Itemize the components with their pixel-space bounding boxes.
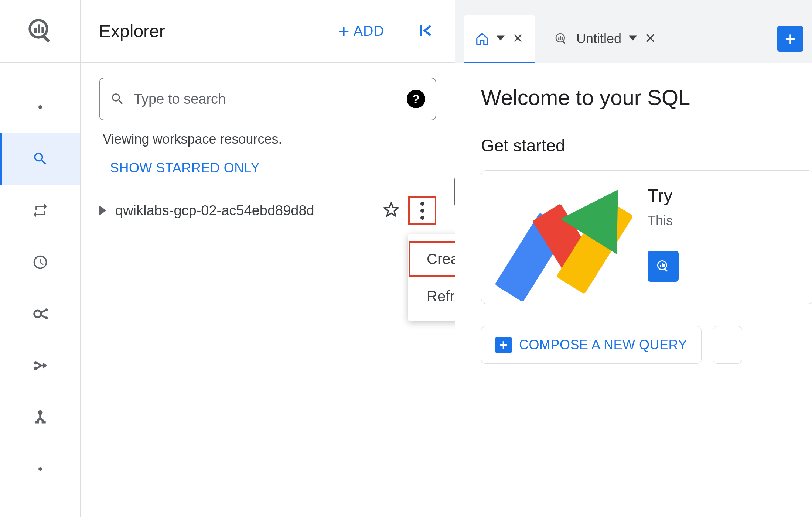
svg-rect-24	[662, 263, 663, 267]
workspace-resources-label: Viewing workspace resources.	[103, 131, 447, 147]
close-tab-button[interactable]	[644, 31, 656, 46]
workspace: Untitled + Welcome to your SQL Get start…	[455, 0, 812, 517]
add-button[interactable]: + ADD	[331, 20, 392, 43]
query-icon	[553, 31, 569, 47]
get-started-heading: Get started	[481, 136, 812, 155]
tabstrip: Untitled +	[455, 0, 812, 63]
collapse-left-icon	[417, 23, 433, 39]
explorer-header: Explorer + ADD	[81, 0, 455, 63]
workspace-body: Welcome to your SQL Get started Try This	[455, 63, 812, 517]
welcome-title: Welcome to your SQL	[481, 85, 812, 110]
svg-rect-4	[42, 34, 50, 42]
explorer-title: Explorer	[99, 21, 323, 41]
capacity-icon	[32, 409, 48, 425]
svg-point-12	[38, 410, 42, 415]
card-body: This	[648, 213, 679, 229]
svg-rect-23	[660, 265, 661, 267]
star-outline-icon	[383, 202, 399, 218]
svg-point-10	[34, 361, 37, 364]
divider	[399, 15, 399, 48]
close-tab-button[interactable]	[512, 31, 524, 46]
card-illustration	[496, 185, 629, 289]
collapse-panel-button[interactable]	[407, 19, 444, 44]
rail-items	[0, 63, 80, 495]
svg-rect-20	[562, 37, 563, 40]
svg-rect-2	[38, 24, 40, 33]
show-starred-only-button[interactable]: SHOW STARRED ONLY	[110, 160, 260, 176]
kebab-icon	[420, 202, 424, 220]
card-text: Try This	[648, 185, 679, 282]
expand-triangle-icon[interactable]	[99, 205, 106, 216]
rail-item-dot-2[interactable]	[0, 443, 80, 495]
search-icon	[110, 92, 125, 106]
svg-point-8	[45, 308, 47, 311]
plus-box-icon: +	[495, 337, 512, 353]
svg-rect-25	[663, 264, 665, 267]
explorer-panel: Explorer + ADD ? Viewing workspace resou…	[81, 0, 455, 517]
resource-name: qwiklabs-gcp-02-ac54ebd89d8d	[115, 203, 374, 219]
svg-point-11	[34, 367, 37, 370]
rail-item-analytics[interactable]	[0, 288, 80, 340]
svg-rect-15	[41, 421, 45, 423]
secondary-action-button[interactable]	[713, 326, 742, 364]
svg-rect-14	[35, 421, 39, 423]
tab-label: Untitled	[576, 31, 621, 47]
bigquery-logo-icon	[25, 16, 55, 47]
clock-icon	[32, 254, 48, 270]
explorer-body: ? Viewing workspace resources. SHOW STAR…	[81, 63, 455, 230]
svg-point-9	[45, 316, 47, 319]
card-title: Try	[648, 185, 679, 206]
compose-label: COMPOSE A NEW QUERY	[519, 337, 687, 353]
rail-item-schedule[interactable]	[0, 236, 80, 288]
query-icon	[655, 258, 671, 274]
svg-rect-18	[558, 38, 559, 40]
search-help-icon[interactable]: ?	[407, 90, 425, 108]
svg-point-5	[34, 311, 41, 317]
rail-item-dot-1[interactable]	[0, 81, 80, 133]
svg-rect-19	[560, 36, 561, 40]
action-row: + COMPOSE A NEW QUERY	[481, 326, 812, 364]
rail-item-migrate[interactable]	[0, 340, 80, 391]
rail-item-search[interactable]	[0, 133, 80, 185]
tab-home[interactable]	[464, 15, 535, 63]
view-actions-button[interactable]	[408, 196, 436, 225]
home-icon	[475, 32, 489, 46]
resource-row[interactable]: qwiklabs-gcp-02-ac54ebd89d8d	[88, 191, 447, 230]
rail-item-capacity[interactable]	[0, 391, 80, 443]
new-tab-button[interactable]: +	[777, 26, 803, 52]
svg-rect-1	[34, 28, 37, 33]
search-icon	[32, 151, 48, 167]
star-button[interactable]	[383, 202, 399, 219]
logo-area	[0, 0, 80, 63]
transfer-icon	[32, 202, 48, 219]
svg-rect-26	[664, 268, 668, 272]
compose-new-query-button[interactable]: + COMPOSE A NEW QUERY	[481, 326, 702, 364]
analytics-icon	[32, 306, 48, 322]
caret-down-icon	[629, 34, 637, 44]
tab-untitled[interactable]: Untitled	[542, 15, 667, 63]
rail-item-transfer[interactable]	[0, 185, 80, 236]
svg-rect-3	[41, 27, 44, 33]
caret-down-icon	[497, 34, 505, 44]
migrate-icon	[32, 357, 48, 374]
card-cta-button[interactable]	[648, 251, 679, 282]
search-field-wrap: ?	[99, 78, 436, 120]
left-rail	[0, 0, 81, 517]
search-input[interactable]	[134, 91, 398, 107]
card-row: Try This	[481, 170, 812, 304]
plus-icon: +	[338, 27, 349, 36]
add-button-label: ADD	[354, 23, 384, 39]
svg-rect-21	[562, 40, 566, 44]
svg-rect-16	[420, 25, 422, 36]
try-card[interactable]: Try This	[481, 170, 812, 304]
